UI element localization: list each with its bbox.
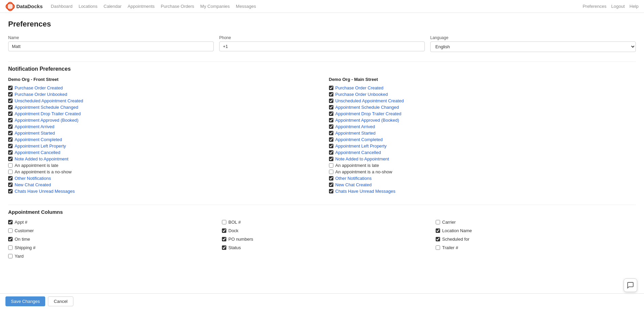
notification-label: An appointment is late [335, 163, 379, 168]
notification-label: Appointment Left Property [15, 143, 66, 149]
nav-link-messages[interactable]: Messages [236, 4, 256, 9]
nav-link-locations[interactable]: Locations [79, 4, 98, 9]
appt-col-item: Appt # [8, 220, 208, 225]
appt-col-label: Customer [15, 228, 34, 233]
nav-right-help[interactable]: Help [629, 4, 639, 9]
nav-link-my-companies[interactable]: My Companies [200, 4, 230, 9]
notification-checkbox-1-16[interactable] [329, 189, 333, 193]
appt-col-checkbox-4[interactable] [222, 228, 226, 233]
notification-item: Appointment Arrived [329, 124, 636, 129]
notification-item: Appointment Drop Trailer Created [329, 111, 636, 116]
notification-checkbox-0-3[interactable] [8, 105, 13, 109]
notification-item: An appointment is late [329, 163, 636, 168]
nav-link-calendar[interactable]: Calendar [104, 4, 122, 9]
notification-item: Appointment Started [329, 131, 636, 136]
notification-item: Purchase Order Unbooked [8, 92, 315, 97]
appt-col-label: Dock [228, 228, 239, 233]
cancel-button[interactable]: Cancel [48, 296, 73, 302]
notification-item: Appointment Left Property [8, 143, 315, 149]
appt-col-checkbox-9[interactable] [8, 245, 13, 250]
notification-checkbox-1-12[interactable] [329, 163, 333, 168]
org-col-1: Demo Org - Main StreetPurchase Order Cre… [329, 77, 636, 195]
appt-col-checkbox-12[interactable] [8, 254, 13, 258]
notification-checkbox-0-6[interactable] [8, 124, 13, 129]
notification-checkbox-0-14[interactable] [8, 176, 13, 181]
notification-checkbox-1-13[interactable] [329, 170, 333, 174]
appt-col-item: Shipping # [8, 245, 208, 250]
appt-col-checkbox-5[interactable] [436, 228, 440, 233]
notification-label: Appointment Drop Trailer Created [335, 111, 401, 116]
notification-item: Other Notifications [329, 176, 636, 181]
org-name-1: Demo Org - Main Street [329, 77, 636, 82]
language-select[interactable]: EnglishSpanishFrench [430, 41, 636, 52]
notification-label: Note Added to Appointment [15, 156, 68, 161]
notification-checkbox-0-12[interactable] [8, 163, 13, 168]
notification-checkbox-0-15[interactable] [8, 183, 13, 187]
notification-label: Purchase Order Unbooked [335, 92, 388, 97]
notification-checkbox-1-7[interactable] [329, 131, 333, 135]
notification-label: Appointment Completed [15, 137, 62, 142]
notification-checkbox-0-2[interactable] [8, 99, 13, 103]
notification-label: An appointment is a no-show [15, 169, 72, 174]
notification-checkbox-1-8[interactable] [329, 137, 333, 142]
notification-checkbox-1-11[interactable] [329, 157, 333, 161]
notification-label: Unscheduled Appointment Created [335, 98, 404, 103]
profile-form: Name Phone Language EnglishSpanishFrench [8, 35, 636, 52]
appt-col-checkbox-3[interactable] [8, 228, 13, 233]
notification-checkbox-0-7[interactable] [8, 131, 13, 135]
appt-col-checkbox-0[interactable] [8, 220, 13, 224]
notification-checkbox-0-9[interactable] [8, 144, 13, 148]
notification-checkbox-0-16[interactable] [8, 189, 13, 193]
notification-label: Appointment Left Property [335, 143, 387, 149]
appt-col-item: Trailer # [436, 245, 636, 250]
save-button[interactable]: Save Changes [5, 296, 45, 302]
nav-link-dashboard[interactable]: Dashboard [51, 4, 73, 9]
notification-checkbox-0-5[interactable] [8, 118, 13, 122]
logo[interactable]: DataDocks [5, 2, 43, 11]
appt-columns-grid: Appt #BOL #CarrierCustomerDockLocation N… [8, 220, 636, 259]
notification-label: Chats Have Unread Messages [15, 189, 75, 194]
notification-item: Appointment Schedule Changed [329, 105, 636, 110]
notification-checkbox-1-3[interactable] [329, 105, 333, 109]
notification-checkbox-1-14[interactable] [329, 176, 333, 181]
notification-checkbox-1-10[interactable] [329, 150, 333, 155]
notification-checkbox-1-9[interactable] [329, 144, 333, 148]
notification-checkbox-1-0[interactable] [329, 86, 333, 90]
nav-links: DashboardLocationsCalendarAppointmentsPu… [51, 4, 583, 9]
notification-checkbox-0-4[interactable] [8, 111, 13, 116]
appt-col-item: BOL # [222, 220, 422, 225]
notification-checkbox-0-10[interactable] [8, 150, 13, 155]
notification-checkbox-1-2[interactable] [329, 99, 333, 103]
nav-right-logout[interactable]: Logout [611, 4, 625, 9]
notification-checkbox-1-15[interactable] [329, 183, 333, 187]
appt-col-checkbox-1[interactable] [222, 220, 226, 224]
chat-icon [627, 281, 634, 289]
appt-col-item: Scheduled for [436, 237, 636, 242]
appt-col-checkbox-8[interactable] [436, 237, 440, 241]
nav-link-appointments[interactable]: Appointments [128, 4, 155, 9]
notification-checkbox-0-11[interactable] [8, 157, 13, 161]
notification-checkbox-0-1[interactable] [8, 92, 13, 97]
appt-col-checkbox-10[interactable] [222, 245, 226, 250]
name-label: Name [8, 35, 214, 40]
notification-checkbox-1-6[interactable] [329, 124, 333, 129]
notification-checkbox-1-4[interactable] [329, 111, 333, 116]
notification-checkbox-0-8[interactable] [8, 137, 13, 142]
nav-link-purchase-orders[interactable]: Purchase Orders [161, 4, 194, 9]
appt-col-label: Appt # [15, 220, 28, 225]
notification-checkbox-1-1[interactable] [329, 92, 333, 97]
appt-col-checkbox-7[interactable] [222, 237, 226, 241]
notification-checkbox-0-0[interactable] [8, 86, 13, 90]
notification-label: Appointment Arrived [15, 124, 54, 129]
nav-right-preferences[interactable]: Preferences [582, 4, 606, 9]
notification-label: Appointment Drop Trailer Created [15, 111, 81, 116]
notification-label: Purchase Order Unbooked [15, 92, 67, 97]
notification-checkbox-1-5[interactable] [329, 118, 333, 122]
phone-input[interactable] [219, 41, 425, 51]
appt-col-checkbox-2[interactable] [436, 220, 440, 224]
chat-bubble[interactable] [624, 278, 637, 292]
name-input[interactable] [8, 41, 214, 51]
notification-checkbox-0-13[interactable] [8, 170, 13, 174]
appt-col-checkbox-6[interactable] [8, 237, 13, 241]
appt-col-checkbox-11[interactable] [436, 245, 440, 250]
